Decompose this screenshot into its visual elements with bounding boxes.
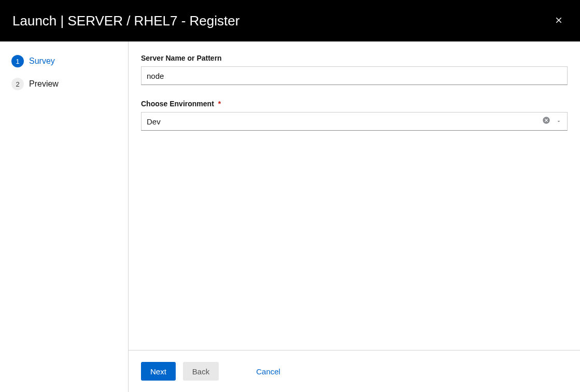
step-label: Survey <box>29 57 55 66</box>
modal-header: Launch | SERVER / RHEL7 - Register <box>0 0 580 41</box>
times-circle-icon <box>542 116 550 127</box>
wizard-step-survey[interactable]: 1 Survey <box>8 53 120 69</box>
server-name-input[interactable] <box>141 66 568 85</box>
close-button[interactable] <box>550 11 568 31</box>
clear-selection-button[interactable] <box>542 116 550 127</box>
required-asterisk: * <box>218 100 221 108</box>
cancel-button[interactable]: Cancel <box>247 362 290 381</box>
modal-body: 1 Survey 2 Preview Server Name or Patter… <box>0 41 580 392</box>
wizard-main: Server Name or Pattern Choose Environmen… <box>129 41 580 392</box>
server-name-label: Server Name or Pattern <box>141 54 568 62</box>
wizard-footer: Next Back Cancel <box>129 350 580 392</box>
wizard-sidebar: 1 Survey 2 Preview <box>0 41 129 392</box>
form-area: Server Name or Pattern Choose Environmen… <box>129 41 580 350</box>
modal-title: Launch | SERVER / RHEL7 - Register <box>12 13 239 29</box>
step-label: Preview <box>29 79 59 89</box>
step-number: 1 <box>11 55 24 67</box>
wizard-step-preview[interactable]: 2 Preview <box>8 76 120 92</box>
caret-down-icon <box>556 118 562 124</box>
environment-selected-value: Dev <box>147 117 542 126</box>
close-icon <box>554 16 563 26</box>
environment-label: Choose Environment * <box>141 100 568 108</box>
environment-select[interactable]: Dev <box>141 112 568 131</box>
label-text: Server Name or Pattern <box>141 54 222 62</box>
field-server-name: Server Name or Pattern <box>141 54 568 85</box>
step-number: 2 <box>11 78 24 90</box>
field-environment: Choose Environment * Dev <box>141 100 568 131</box>
next-button[interactable]: Next <box>141 362 176 381</box>
label-text: Choose Environment <box>141 100 214 108</box>
back-button[interactable]: Back <box>183 362 219 381</box>
